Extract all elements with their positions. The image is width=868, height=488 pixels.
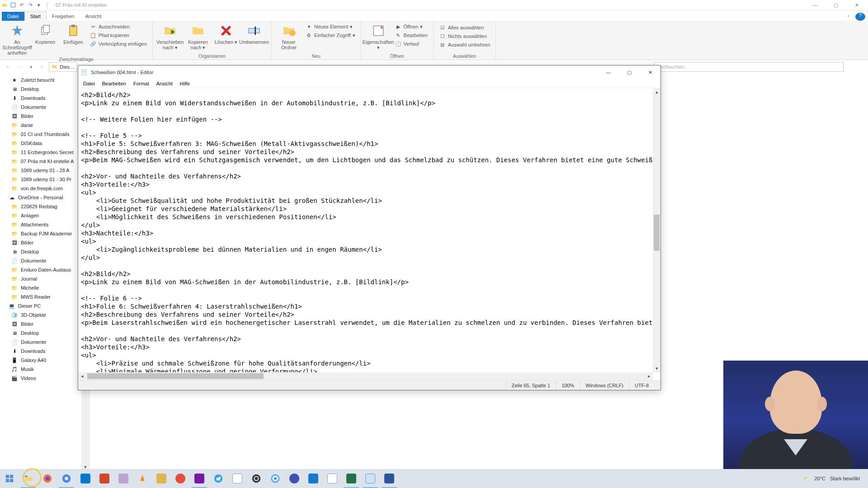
tree-item[interactable]: ☁OneDrive - Personal <box>0 193 89 202</box>
taskbar-firefox[interactable] <box>38 469 57 488</box>
scrollbar-thumb[interactable] <box>654 215 660 251</box>
tree-item[interactable]: 🎵Musik <box>0 365 89 374</box>
taskbar-record[interactable] <box>266 469 285 488</box>
np-close-button[interactable]: ✕ <box>640 66 660 79</box>
tree-item[interactable]: 📁Backup PJM Akademie <box>0 229 89 238</box>
taskbar-app-generic5[interactable] <box>304 469 323 488</box>
ribbon-collapse-icon[interactable]: ˄ <box>842 15 855 21</box>
minimize-button[interactable]: — <box>805 0 826 10</box>
taskbar-outlook[interactable] <box>76 469 95 488</box>
paste-button[interactable]: Einfügen <box>60 23 87 56</box>
undo-icon[interactable]: ↶ <box>18 1 25 9</box>
tab-share[interactable]: Freigeben <box>47 12 80 21</box>
taskbar-obs[interactable] <box>247 469 266 488</box>
tab-view[interactable]: Ansicht <box>80 12 107 21</box>
weather-desc[interactable]: Stark bewölkt <box>830 476 860 481</box>
taskbar-app-generic6[interactable] <box>323 469 342 488</box>
tree-item[interactable]: 📁danie <box>0 121 89 130</box>
edit-button[interactable]: ✎Bearbeiten <box>393 31 429 39</box>
taskbar-telegram[interactable] <box>209 469 228 488</box>
taskbar-word[interactable] <box>380 469 399 488</box>
taskbar-notepad[interactable] <box>361 469 380 488</box>
tree-item[interactable]: 📁Enduro Daten-Austaus <box>0 265 89 274</box>
scrollbar-thumb[interactable] <box>87 373 264 379</box>
scroll-up-icon[interactable]: ▴ <box>653 88 660 96</box>
scroll-down-icon[interactable]: ▾ <box>653 365 660 372</box>
taskbar-app-generic2[interactable] <box>171 469 190 488</box>
easy-access-button[interactable]: ⚙Einfacher Zugriff ▾ <box>303 31 357 39</box>
tree-item[interactable]: 💻Dieser PC <box>0 301 89 310</box>
tree-item[interactable]: 📱Galaxy A40 <box>0 356 89 365</box>
tree-item[interactable]: 🖥Desktop <box>0 84 89 94</box>
tree-item[interactable]: 📁Michelle <box>0 283 89 292</box>
copy-to-button[interactable]: Kopieren nach ▾ <box>184 23 212 51</box>
forward-button[interactable]: → <box>15 61 26 72</box>
taskbar-vlc[interactable] <box>133 469 152 488</box>
new-item-button[interactable]: ✦Neues Element ▾ <box>303 23 357 31</box>
tree-item[interactable]: 📄Dokumente <box>0 103 89 112</box>
properties-button[interactable]: Eigenschaften ▾ <box>365 23 392 51</box>
select-none-button[interactable]: ☐Nichts auswählen <box>437 32 492 40</box>
taskbar-snip[interactable] <box>114 469 133 488</box>
menu-format[interactable]: Format <box>130 80 152 87</box>
redo-icon[interactable]: ↷ <box>27 1 34 9</box>
properties-icon[interactable] <box>9 1 17 9</box>
weather-icon[interactable]: ⛅ <box>803 476 810 482</box>
tree-item[interactable]: 🎬Videos <box>0 374 89 383</box>
move-button[interactable]: Verschieben nach ▾ <box>156 23 184 51</box>
select-all-button[interactable]: ☑Alles auswählen <box>437 23 492 32</box>
weather-temp[interactable]: 20°C <box>814 476 826 481</box>
new-folder-button[interactable]: Neuer Ordner <box>275 23 302 51</box>
pin-quickaccess-button[interactable]: An Schnellzugriff anheften <box>4 23 31 56</box>
maximize-button[interactable]: ▢ <box>826 0 846 10</box>
back-button[interactable]: ← <box>3 61 14 72</box>
taskbar-app-generic1[interactable] <box>152 469 171 488</box>
tree-item[interactable]: 📁220829 Redstag <box>0 202 89 211</box>
np-maximize-button[interactable]: ▢ <box>619 66 640 79</box>
np-minimize-button[interactable]: — <box>598 66 619 79</box>
breadcrumb[interactable]: Dies… <box>49 62 77 72</box>
rename-button[interactable]: Umbenennen <box>241 23 268 51</box>
menu-help[interactable]: Hilfe <box>177 80 193 87</box>
tree-item[interactable]: 🖼Bilder <box>0 112 89 121</box>
history-button[interactable]: 🕘Verlauf <box>393 40 429 48</box>
tree-item[interactable]: 📁Attachments <box>0 220 89 229</box>
notepad-text-area[interactable]: <h2>Bild</h2> <p>Link zu einem Bild von … <box>78 88 653 372</box>
tree-item[interactable]: 🖥Desktop <box>0 328 89 338</box>
scroll-right-icon[interactable]: ▸ <box>645 372 653 380</box>
tree-item[interactable]: ★Zuletzt besucht <box>0 75 89 84</box>
copy-path-button[interactable]: 📋Pfad kopieren <box>88 31 149 39</box>
cut-button[interactable]: ✂Ausschneiden <box>88 23 149 31</box>
tree-item[interactable]: 📁Anlagen <box>0 211 89 220</box>
start-button[interactable] <box>0 469 19 488</box>
tree-item[interactable]: 🖼Bilder <box>0 319 89 328</box>
taskbar-explorer[interactable] <box>19 469 38 488</box>
open-button[interactable]: ▶Öffnen ▾ <box>393 23 429 31</box>
tree-item[interactable]: 🖼Bilder <box>0 238 89 247</box>
taskbar-powerpoint[interactable] <box>95 469 114 488</box>
tree-item[interactable]: 📁01 CI und Thumbnails <box>0 130 89 139</box>
tab-start[interactable]: Start <box>24 11 47 21</box>
tree-item[interactable]: 📁11 Erzbergrodeo Secret <box>0 148 89 157</box>
tree-item[interactable]: 📁Journal <box>0 274 89 283</box>
menu-view[interactable]: Ansicht <box>153 80 176 87</box>
tree-item[interactable]: ⬇Downloads <box>0 347 89 356</box>
taskbar-onenote[interactable] <box>190 469 209 488</box>
taskbar-excel[interactable] <box>342 469 361 488</box>
tree-item[interactable]: 📄Dokumente <box>0 256 89 265</box>
recent-dropdown[interactable]: ▾ <box>28 61 34 72</box>
invert-selection-button[interactable]: ⊟Auswahl umkehren <box>437 41 492 49</box>
tree-item[interactable]: 📁von de.freepik.com <box>0 184 89 193</box>
tree-item[interactable]: 📁07 Präs mit KI erstelle A <box>0 157 89 166</box>
tree-item[interactable]: 🧊3D-Objekte <box>0 310 89 319</box>
tree-item[interactable]: 📁MWS Reader <box>0 292 89 301</box>
vertical-scrollbar[interactable]: ▴ ▾ <box>653 88 660 372</box>
copy-button[interactable]: Kopieren <box>32 23 59 56</box>
close-button[interactable]: ✕ <box>846 0 867 10</box>
help-icon[interactable]: ? <box>855 13 865 21</box>
horizontal-scrollbar[interactable]: ◂ ▸ <box>78 372 653 380</box>
dropdown-icon[interactable]: ▾ <box>35 1 42 9</box>
paste-link-button[interactable]: 🔗Verknüpfung einfügen <box>88 40 149 48</box>
tab-file[interactable]: Datei <box>2 12 24 21</box>
menu-edit[interactable]: Bearbeiten <box>99 80 129 87</box>
